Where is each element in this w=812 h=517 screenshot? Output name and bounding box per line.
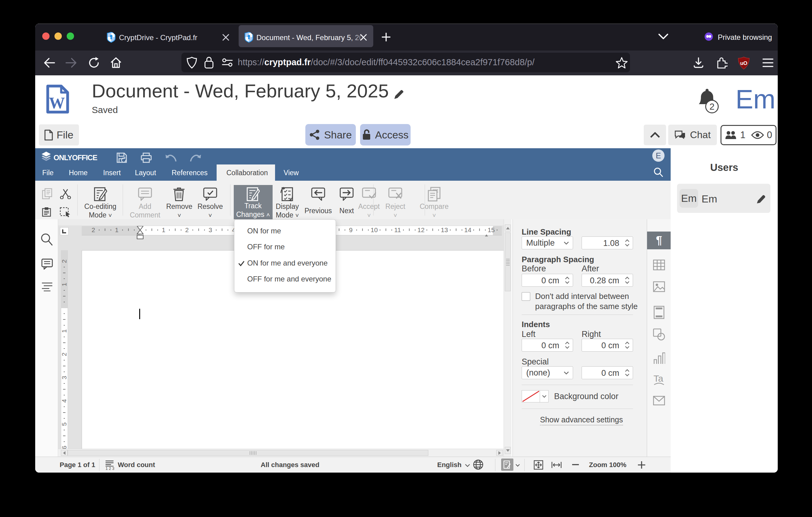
svg-text:1: 1 bbox=[61, 283, 68, 287]
svg-text:4: 4 bbox=[61, 399, 68, 403]
svg-text:13: 13 bbox=[441, 226, 448, 234]
svg-text:2: 2 bbox=[61, 260, 68, 263]
svg-text:2: 2 bbox=[91, 226, 95, 234]
svg-text:1: 1 bbox=[61, 329, 68, 333]
svg-text:11: 11 bbox=[395, 226, 401, 234]
svg-text:Ta: Ta bbox=[654, 374, 663, 383]
svg-text:15: 15 bbox=[488, 226, 495, 234]
svg-text:1: 1 bbox=[115, 226, 119, 234]
svg-text:1 2 3: 1 2 3 bbox=[106, 466, 114, 470]
svg-text:3: 3 bbox=[61, 376, 68, 379]
svg-text:uO: uO bbox=[740, 60, 748, 66]
svg-text:14: 14 bbox=[464, 226, 471, 234]
svg-text:5: 5 bbox=[61, 423, 68, 426]
svg-text:W: W bbox=[49, 94, 65, 112]
svg-text:2: 2 bbox=[185, 226, 189, 234]
svg-text:1: 1 bbox=[162, 226, 166, 234]
svg-text:3: 3 bbox=[209, 226, 212, 234]
svg-text:10: 10 bbox=[371, 226, 378, 234]
svg-text:12: 12 bbox=[417, 226, 424, 234]
svg-text:2: 2 bbox=[61, 353, 68, 356]
svg-text:9: 9 bbox=[349, 226, 353, 234]
